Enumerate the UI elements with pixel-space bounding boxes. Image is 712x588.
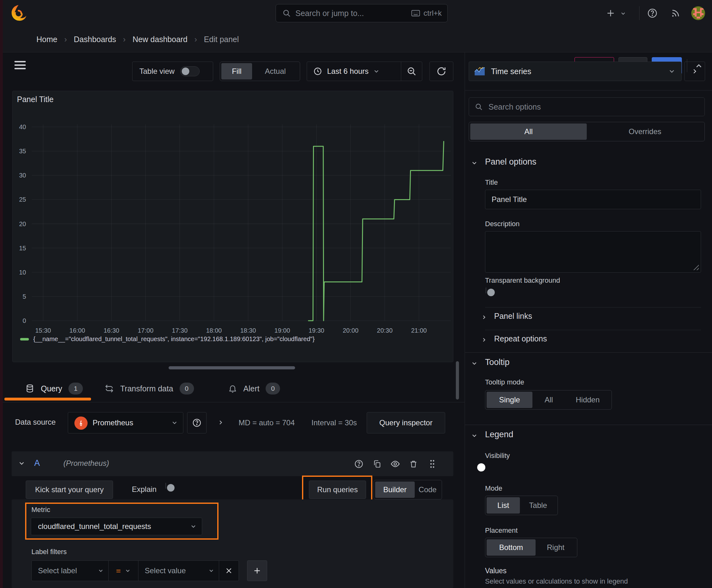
query-inspector-button[interactable]: Query inspector — [367, 412, 445, 434]
search-shortcut: ctrl+k — [424, 9, 442, 18]
zoom-out-icon[interactable] — [401, 66, 422, 76]
tab-transform-count: 0 — [179, 383, 194, 395]
legend-placement-right[interactable]: Right — [536, 539, 576, 555]
options-tabs: All Overrides — [469, 122, 705, 141]
transparent-background-toggle[interactable] — [486, 288, 486, 293]
query-drag-handle-icon[interactable] — [427, 458, 438, 469]
tab-alert-label: Alert — [243, 384, 259, 393]
panel-links-chevron-right-icon[interactable] — [481, 314, 487, 320]
sidebar-divider — [465, 90, 712, 90]
legend-chevron-down-icon[interactable] — [471, 432, 478, 439]
metric-value: cloudflared_tunnel_total_requests — [38, 522, 151, 531]
metric-select[interactable]: cloudflared_tunnel_total_requests — [31, 518, 202, 535]
query-delete-trash-icon[interactable] — [408, 458, 419, 469]
legend-placement-bottom[interactable]: Bottom — [487, 539, 536, 555]
tab-transform[interactable]: Transform data 0 — [105, 383, 194, 395]
fill-option[interactable]: Fill — [221, 63, 252, 80]
panel-links-header[interactable]: Panel links — [494, 312, 532, 321]
run-queries-button[interactable]: Run queries — [309, 481, 366, 499]
sidebar-divider — [485, 307, 701, 308]
tooltip-mode-single[interactable]: Single — [487, 392, 533, 408]
svg-text:40: 40 — [19, 123, 26, 130]
legend-mode-table[interactable]: Table — [520, 497, 556, 513]
explain-toggle[interactable] — [166, 483, 166, 489]
add-new-chevron-down-icon[interactable] — [619, 9, 627, 18]
tooltip-chevron-down-icon[interactable] — [471, 360, 478, 367]
table-view-toggle[interactable] — [180, 66, 200, 76]
grafana-logo[interactable] — [9, 4, 26, 23]
select-label-dropdown[interactable]: Select label — [31, 560, 109, 581]
panel-options-header[interactable]: Panel options — [485, 157, 537, 167]
active-tab-underline — [4, 398, 91, 400]
avatar[interactable] — [691, 6, 705, 20]
svg-text:15:30: 15:30 — [35, 327, 51, 334]
bell-icon — [228, 384, 237, 393]
actual-option[interactable]: Actual — [252, 63, 299, 80]
svg-text:21:00: 21:00 — [411, 327, 427, 334]
fill-actual-switch: Fill Actual — [220, 62, 300, 81]
legend-visibility-label: Visibility — [485, 452, 510, 460]
code-option[interactable]: Code — [415, 482, 440, 498]
visualization-picker[interactable]: Time series — [469, 62, 682, 81]
metric-chevron-down-icon — [190, 523, 197, 530]
query-ref-id: A — [34, 458, 40, 468]
svg-text:15: 15 — [19, 245, 26, 252]
select-value-dropdown[interactable]: Select value — [138, 560, 219, 581]
time-series-chart[interactable]: 051015202530354015:3016:0016:3017:0017:3… — [13, 91, 453, 342]
tooltip-mode-all[interactable]: All — [533, 392, 565, 408]
refresh-button[interactable] — [429, 62, 453, 81]
builder-option[interactable]: Builder — [375, 482, 415, 498]
query-duplicate-icon[interactable] — [371, 458, 383, 469]
operator-dropdown[interactable]: = — [108, 560, 138, 581]
repeat-options-chevron-right-icon[interactable] — [481, 337, 487, 343]
kickstart-query-button[interactable]: Kick start your query — [26, 481, 113, 499]
panel-resize-handle[interactable] — [169, 366, 295, 370]
options-search-input[interactable] — [488, 102, 699, 112]
visualization-name: Time series — [491, 67, 531, 76]
options-search[interactable] — [469, 97, 705, 116]
news-rss-icon[interactable] — [669, 7, 682, 19]
breadcrumb-dashboards[interactable]: Dashboards — [74, 35, 116, 44]
search-input[interactable] — [295, 8, 411, 18]
tab-alert-count: 0 — [265, 383, 280, 395]
menu-hamburger-icon[interactable] — [14, 60, 26, 71]
transparent-background-label: Transparent background — [485, 276, 560, 285]
datasource-help-icon[interactable] — [187, 412, 207, 434]
query-collapse-chevron-down-icon[interactable] — [18, 460, 25, 467]
help-icon[interactable] — [646, 7, 659, 19]
options-expand-chevron-right-icon[interactable] — [216, 418, 225, 427]
tab-alert[interactable]: Alert 0 — [228, 383, 280, 395]
query-disable-eye-icon[interactable] — [390, 458, 401, 469]
tab-overrides[interactable]: Overrides — [587, 123, 703, 140]
breadcrumb-home[interactable]: Home — [37, 35, 58, 44]
svg-text:18:00: 18:00 — [206, 327, 222, 334]
description-textarea[interactable] — [485, 231, 701, 273]
add-filter-button[interactable] — [247, 560, 267, 581]
breadcrumb-new-dashboard[interactable]: New dashboard — [132, 35, 188, 44]
breadcrumb-edit-panel: Edit panel — [204, 35, 239, 44]
query-help-icon[interactable] — [353, 458, 365, 469]
collapse-options-pane-button[interactable] — [684, 62, 705, 81]
label-filter-row: Select label = Select value — [31, 560, 267, 581]
query-row-header[interactable]: A (Prometheus) — [12, 451, 453, 476]
time-range-picker[interactable]: Last 6 hours — [307, 62, 422, 81]
tab-query-label: Query — [41, 384, 62, 393]
datasource-picker[interactable]: Prometheus — [68, 412, 184, 434]
tab-query[interactable]: Query 1 — [25, 383, 83, 395]
panel-options-chevron-down-icon[interactable] — [471, 160, 478, 166]
legend-series-label[interactable]: {__name__="cloudflared_tunnel_total_requ… — [33, 335, 315, 343]
global-search[interactable]: ctrl+k — [276, 4, 448, 22]
tabs-divider — [0, 402, 465, 402]
tab-all[interactable]: All — [470, 123, 587, 140]
tooltip-header[interactable]: Tooltip — [485, 357, 510, 367]
legend-header[interactable]: Legend — [485, 430, 513, 439]
add-new-button[interactable] — [604, 7, 617, 19]
operator-value: = — [116, 566, 121, 576]
panel-title-input[interactable] — [485, 190, 701, 209]
description-label: Description — [485, 220, 520, 228]
breadcrumb: Home › Dashboards › New dashboard › Edit… — [37, 26, 239, 52]
repeat-options-header[interactable]: Repeat options — [494, 334, 547, 343]
remove-filter-button[interactable] — [219, 560, 239, 581]
tooltip-mode-hidden[interactable]: Hidden — [565, 392, 610, 408]
legend-mode-list[interactable]: List — [487, 497, 520, 513]
